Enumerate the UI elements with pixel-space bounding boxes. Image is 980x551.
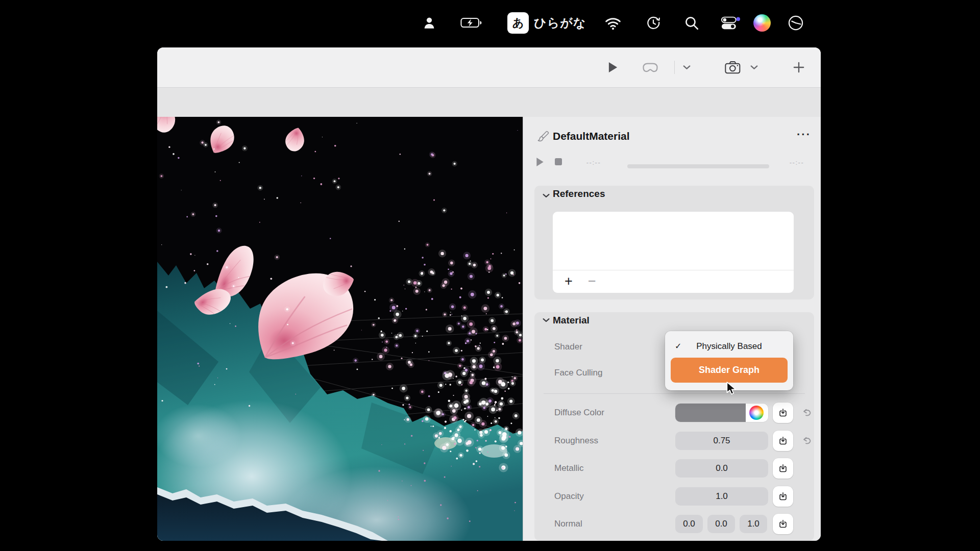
siri-icon[interactable] [753, 14, 771, 32]
opacity-label: Opacity [554, 487, 584, 506]
metallic-label: Metallic [554, 459, 584, 478]
preview-stop-button[interactable] [555, 158, 562, 165]
remaining-time: --:-- [776, 159, 817, 166]
window-content: DefaultMaterial ··· --:-- --:-- Ref [157, 117, 821, 541]
references-list[interactable]: + − [553, 212, 794, 293]
viewport-3d[interactable] [157, 117, 523, 541]
input-source-label[interactable]: ひらがな [534, 15, 586, 31]
time-machine-icon[interactable] [645, 15, 662, 31]
snapshot-options-chevron[interactable] [750, 65, 758, 70]
references-section: References + − [534, 186, 814, 299]
color-swatch [675, 404, 746, 422]
normal-label: Normal [554, 515, 582, 533]
battery-charging-icon[interactable] [460, 17, 483, 29]
desktop: あ ひらがな [0, 0, 980, 551]
color-wheel-icon [749, 406, 764, 420]
menu-item-label: Shader Graph [699, 365, 760, 375]
secondary-bar [157, 87, 821, 117]
face-culling-label: Face Culling [554, 364, 603, 382]
references-disclosure-chevron[interactable] [543, 193, 550, 198]
color-picker-area [746, 404, 768, 422]
toolbar-separator [674, 61, 675, 74]
overflow-menu-button[interactable]: ··· [797, 128, 811, 141]
inspector-title: DefaultMaterial [553, 130, 630, 142]
menu-item-label: Physically Based [696, 341, 762, 351]
play-button[interactable] [608, 62, 618, 72]
menu-item-shader-graph[interactable]: Shader Graph [671, 358, 788, 383]
bind-button[interactable] [773, 431, 793, 451]
normal-y-field[interactable]: 0.0 [707, 515, 735, 533]
vision-pro-preview-button[interactable] [641, 61, 659, 73]
roughness-label: Roughness [554, 432, 598, 450]
bind-button[interactable] [773, 486, 793, 507]
bind-button[interactable] [773, 458, 793, 479]
references-list-separator [553, 270, 794, 270]
window-toolbar [157, 47, 821, 87]
opacity-row: Opacity 1.0 [534, 487, 814, 506]
roughness-row: Roughness 0.75 [534, 432, 814, 450]
mouse-cursor [725, 381, 739, 396]
inspector-panel: DefaultMaterial ··· --:-- --:-- Ref [523, 117, 821, 541]
preview-play-button[interactable] [536, 158, 544, 166]
opacity-field[interactable]: 1.0 [675, 487, 768, 506]
diffuse-color-well[interactable] [675, 404, 768, 422]
search-icon[interactable] [684, 15, 699, 31]
metallic-field[interactable]: 0.0 [675, 459, 768, 478]
metallic-row: Metallic 0.0 [534, 459, 814, 478]
bind-button[interactable] [773, 403, 793, 423]
menu-bar: あ ひらがな [0, 0, 980, 46]
normal-row: Normal 0.0 0.0 1.0 [534, 515, 814, 533]
roughness-field[interactable]: 0.75 [675, 432, 768, 450]
material-separator [544, 393, 805, 394]
add-reference-button[interactable]: + [560, 272, 577, 290]
app-window: DefaultMaterial ··· --:-- --:-- Ref [157, 47, 821, 541]
references-title: References [553, 188, 605, 199]
normal-z-field[interactable]: 1.0 [740, 515, 767, 533]
user-menu-icon[interactable] [422, 15, 437, 31]
shader-label: Shader [554, 338, 582, 356]
paintbrush-icon [535, 130, 550, 144]
diffuse-color-row: Diffuse Color [534, 404, 814, 422]
snapshot-button[interactable] [725, 61, 741, 74]
add-entity-button[interactable] [793, 62, 804, 73]
preview-options-chevron[interactable] [683, 65, 691, 70]
bind-button[interactable] [773, 514, 793, 534]
undo-icon[interactable] [801, 435, 813, 446]
remove-reference-button[interactable]: − [583, 272, 601, 290]
material-title: Material [553, 315, 590, 326]
control-center-icon[interactable] [721, 16, 740, 30]
normal-x-field[interactable]: 0.0 [675, 515, 703, 533]
menu-item-physically-based[interactable]: ✓ Physically Based [671, 336, 788, 357]
preview-progress-bar[interactable] [627, 164, 769, 168]
wifi-icon[interactable] [604, 16, 622, 30]
clock-icon[interactable] [787, 14, 804, 32]
undo-icon[interactable] [801, 407, 813, 418]
input-source-badge[interactable]: あ [507, 12, 529, 34]
elapsed-time: --:-- [573, 159, 614, 166]
scene-svg [157, 117, 523, 541]
diffuse-color-label: Diffuse Color [554, 404, 604, 422]
material-disclosure-chevron[interactable] [543, 317, 550, 322]
checkmark-icon: ✓ [675, 336, 681, 357]
